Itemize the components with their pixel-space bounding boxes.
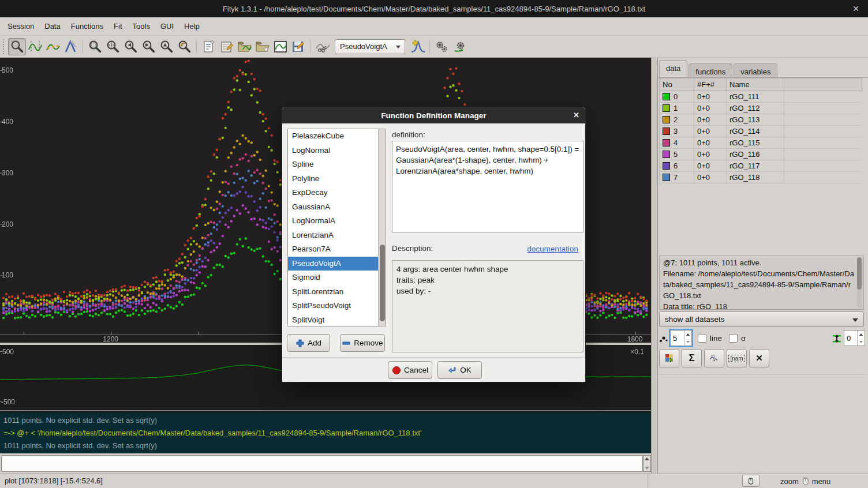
line-checkbox[interactable]: [698, 334, 706, 343]
zoom-up-icon: [159, 39, 174, 54]
column-header-empty: [784, 78, 862, 91]
function-list-item[interactable]: SplitLorentzian: [288, 285, 386, 299]
function-list-item[interactable]: PseudoVoigtA: [288, 257, 386, 271]
function-list-item[interactable]: Pearson7A: [288, 242, 386, 257]
mouse-config-icon: [747, 477, 755, 485]
zoom-up-button[interactable]: [158, 38, 175, 55]
window-close-icon[interactable]: ✕: [851, 3, 861, 14]
tab-functions[interactable]: functions: [689, 63, 732, 78]
function-list-item[interactable]: Polyline: [288, 172, 386, 186]
dataset-color-swatch[interactable]: [663, 151, 670, 158]
table-row[interactable]: 50+0rGO_116: [660, 149, 862, 160]
data-transform-button[interactable]: [313, 38, 331, 55]
dataset-color-swatch[interactable]: [663, 93, 670, 100]
dataset-color-swatch[interactable]: [663, 104, 670, 112]
toolbar: PseudoVoigtA: [0, 36, 868, 58]
history-down-icon[interactable]: [645, 467, 649, 470]
function-list-item[interactable]: Sigmoid: [288, 271, 386, 285]
zoom-vertical-button[interactable]: [104, 38, 122, 55]
plus-icon: [295, 339, 305, 348]
dataset-filter-dropdown[interactable]: show all datasets: [659, 311, 864, 327]
menu-item-gui[interactable]: GUI: [155, 18, 179, 34]
continue-fit-button[interactable]: [451, 38, 469, 55]
function-type-list[interactable]: PielaszekCubeLogNormalSplinePolylineExpD…: [287, 129, 386, 326]
sigma-checkbox[interactable]: [729, 334, 738, 343]
dataset-color-swatch[interactable]: [663, 162, 670, 170]
log-script-button[interactable]: [200, 38, 218, 55]
ok-button[interactable]: OK: [437, 361, 482, 379]
sum-datasets-button[interactable]: Σ: [682, 349, 702, 367]
save-session-button[interactable]: [289, 38, 307, 55]
column-header-#F+#: #F+#: [694, 78, 727, 91]
menu-item-tools[interactable]: Tools: [128, 18, 155, 34]
dataset-color-swatch[interactable]: [663, 127, 670, 135]
info-scrollbar[interactable]: [857, 257, 862, 308]
dataset-color-swatch[interactable]: [663, 139, 670, 147]
point-size-spinner[interactable]: 5: [670, 330, 692, 346]
sidebar-splitter[interactable]: [651, 58, 658, 488]
output-console[interactable]: 1011 points. No explicit std. dev. Set a…: [0, 412, 651, 453]
dialog-close-icon[interactable]: ✕: [573, 111, 579, 119]
table-row[interactable]: 60+0rGO_117: [660, 160, 862, 172]
table-row[interactable]: 10+0rGO_112: [660, 103, 862, 114]
function-list-item[interactable]: SplitVoigt: [288, 313, 386, 327]
dialog-titlebar[interactable]: Function Definition Manager ✕: [282, 107, 585, 123]
dataset-color-swatch[interactable]: [663, 174, 670, 181]
function-list-item[interactable]: GaussianA: [288, 200, 386, 215]
menu-item-fit[interactable]: Fit: [108, 18, 127, 34]
documentation-link[interactable]: documentation: [527, 245, 578, 253]
remove-button[interactable]: Remove: [340, 334, 385, 352]
rename-dataset-button[interactable]: [nam: [727, 349, 747, 367]
run-fit-button[interactable]: [433, 38, 451, 55]
zoom-right-button[interactable]: [140, 38, 158, 55]
edit-init-script-button[interactable]: [218, 38, 235, 55]
zoom-mode-button[interactable]: [8, 38, 26, 55]
command-input[interactable]: [1, 455, 643, 472]
dataset-info-box[interactable]: @7: 1011 points, 1011 active.Filename: /…: [659, 256, 864, 310]
menu-item-help[interactable]: Help: [179, 18, 205, 34]
menu-item-functions[interactable]: Functions: [66, 18, 108, 34]
function-list-item[interactable]: Spline: [288, 157, 386, 172]
zoom-previous-icon: [177, 39, 192, 54]
function-list-item[interactable]: PielaszekCube: [288, 129, 386, 144]
zoom-left-button[interactable]: [122, 38, 140, 55]
data-editor-button[interactable]: [271, 38, 289, 55]
table-row[interactable]: 20+0rGO_113: [660, 114, 862, 126]
shift-spinner[interactable]: 0: [844, 330, 865, 346]
function-list-item[interactable]: SplitPseudoVoigt: [288, 299, 386, 313]
history-up-icon[interactable]: [645, 457, 649, 460]
add-peak-mode-button[interactable]: [44, 38, 62, 55]
dataset-color-swatch[interactable]: [663, 116, 670, 123]
definition-textarea[interactable]: PseudoVoigtA(area, center, hwhm, shape=0…: [392, 141, 583, 232]
tab-variables[interactable]: variables: [734, 63, 777, 78]
add-function-button[interactable]: [409, 38, 426, 55]
zoom-previous-button[interactable]: [175, 38, 193, 55]
add-point-mode-button[interactable]: [62, 38, 80, 55]
dataset-colors-button[interactable]: [659, 349, 679, 367]
open-data-custom-button[interactable]: [253, 38, 271, 55]
definition-label: definition:: [392, 130, 425, 139]
function-list-scrollbar[interactable]: [378, 129, 386, 326]
table-row[interactable]: 30+0rGO_114: [660, 126, 862, 137]
function-list-item[interactable]: LogNormal: [288, 144, 386, 158]
open-data-button[interactable]: [235, 38, 253, 55]
data-range-mode-button[interactable]: [26, 38, 44, 55]
function-type-selector[interactable]: PseudoVoigtA: [335, 39, 405, 54]
function-list-item[interactable]: ExpDecay: [288, 186, 386, 200]
mouse-hint-button[interactable]: [742, 475, 760, 487]
zoom-all-button[interactable]: [86, 38, 104, 55]
cancel-button[interactable]: Cancel: [388, 361, 432, 379]
copy-dataset-button[interactable]: [704, 349, 724, 367]
function-list-item[interactable]: LorentzianA: [288, 228, 386, 243]
table-row[interactable]: 00+0rGO_111: [660, 91, 862, 103]
table-row[interactable]: 70+0rGO_118: [660, 172, 862, 183]
menu-item-data[interactable]: Data: [39, 18, 65, 34]
menu-item-session[interactable]: Session: [2, 18, 39, 34]
tab-data[interactable]: data: [659, 60, 687, 77]
table-row[interactable]: 40+0rGO_115: [660, 137, 862, 149]
add-button[interactable]: Add: [287, 334, 330, 352]
delete-dataset-button[interactable]: ✕: [749, 349, 769, 367]
function-list-item[interactable]: LogNormalA: [288, 214, 386, 228]
toolbar-drag-handle[interactable]: [1, 39, 6, 54]
command-history-spinner[interactable]: [643, 455, 651, 472]
